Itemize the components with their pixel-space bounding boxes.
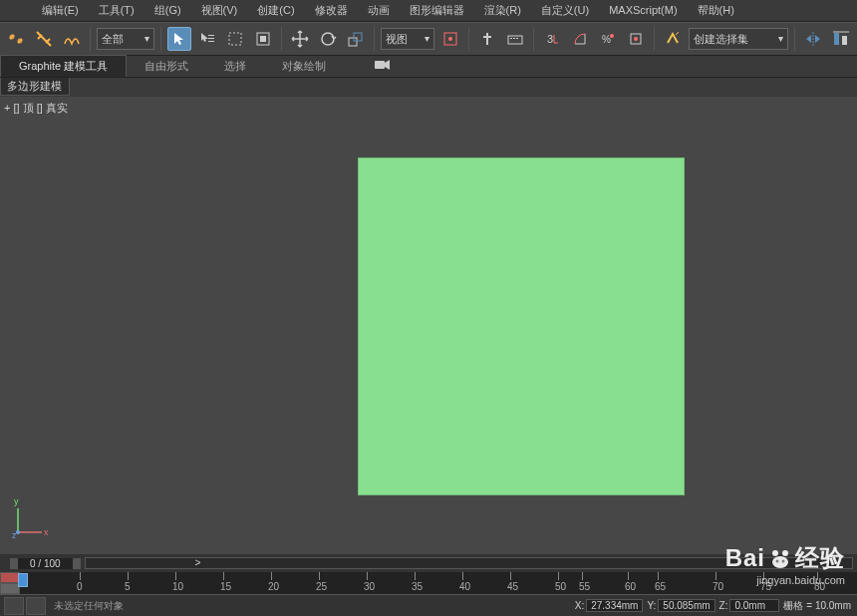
- unlink-icon[interactable]: [32, 27, 56, 51]
- svg-rect-14: [510, 38, 512, 39]
- menu-customize[interactable]: 自定义(U): [531, 3, 599, 18]
- ruler-tick: 15: [220, 581, 231, 592]
- svg-rect-23: [842, 36, 847, 45]
- time-scrollbar[interactable]: >: [85, 557, 853, 569]
- menu-graph[interactable]: 图形编辑器: [400, 3, 474, 18]
- time-track[interactable]: 0 / 100 >: [0, 554, 857, 572]
- edit-set-icon[interactable]: [661, 27, 685, 51]
- selection-filter-select[interactable]: 全部: [97, 28, 154, 50]
- named-selection-dropdown[interactable]: 创建选择集: [689, 28, 788, 50]
- spinner-snap-icon[interactable]: [624, 27, 648, 51]
- bind-space-icon[interactable]: [60, 27, 84, 51]
- svg-rect-2: [208, 35, 214, 36]
- select-by-name-icon[interactable]: [195, 27, 219, 51]
- pivot-center-icon[interactable]: [438, 27, 462, 51]
- status-bar: 未选定任何对象 X:27.334mm Y:50.085mm Z:0.0mm 栅格…: [0, 594, 857, 616]
- coord-y-input[interactable]: 50.085mm: [658, 599, 714, 612]
- select-rectangle-icon[interactable]: [223, 27, 247, 51]
- manipulate-icon[interactable]: [475, 27, 499, 51]
- ruler-tick: 30: [364, 581, 375, 592]
- axis-gizmo-icon: y x z: [12, 494, 56, 538]
- menu-tools[interactable]: 工具(T): [89, 3, 144, 18]
- angle-snap-icon[interactable]: [568, 27, 592, 51]
- svg-rect-16: [516, 38, 518, 39]
- select-object-icon[interactable]: [167, 27, 191, 51]
- svg-point-27: [16, 530, 20, 534]
- ruler-tick: 60: [625, 581, 636, 592]
- rotate-icon[interactable]: [316, 27, 340, 51]
- svg-rect-24: [375, 61, 385, 69]
- ruler-tick: 65: [655, 581, 666, 592]
- coord-z-input[interactable]: 0.0mm: [729, 599, 779, 612]
- coord-z: Z:0.0mm: [719, 599, 780, 612]
- key-filter-icon[interactable]: [0, 583, 20, 594]
- svg-rect-10: [354, 33, 362, 41]
- link-icon[interactable]: [4, 27, 28, 51]
- tab-freeform[interactable]: 自由形式: [127, 55, 206, 77]
- menu-view[interactable]: 视图(V): [191, 3, 248, 18]
- svg-point-12: [448, 37, 452, 41]
- move-icon[interactable]: [288, 27, 312, 51]
- scroll-thumb-icon[interactable]: >: [195, 557, 201, 568]
- menu-help[interactable]: 帮助(H): [688, 3, 744, 18]
- ruler-tick: 20: [268, 581, 279, 592]
- named-selection-select[interactable]: 创建选择集: [689, 28, 788, 50]
- menu-bar: 编辑(E) 工具(T) 组(G) 视图(V) 创建(C) 修改器 动画 图形编辑…: [0, 0, 857, 22]
- mirror-icon[interactable]: [801, 27, 825, 51]
- ruler-prefix-buttons[interactable]: [0, 572, 20, 594]
- ruler-tick: 35: [412, 581, 423, 592]
- ruler-tick: 0: [77, 581, 83, 592]
- snap-toggle-icon[interactable]: 3: [540, 27, 564, 51]
- svg-rect-5: [229, 33, 241, 45]
- menu-maxscript[interactable]: MAXScript(M): [599, 4, 687, 16]
- coord-x-input[interactable]: 27.334mm: [586, 599, 643, 612]
- ruler-tick: 10: [172, 581, 183, 592]
- select-window-icon[interactable]: [251, 27, 275, 51]
- svg-rect-22: [834, 33, 839, 45]
- ruler-tick: 75: [760, 581, 771, 592]
- align-icon[interactable]: [829, 27, 853, 51]
- menu-create[interactable]: 创建(C): [247, 3, 304, 18]
- lock-selection-icon[interactable]: [26, 597, 46, 615]
- scale-icon[interactable]: [344, 27, 368, 51]
- ribbon-subpanel[interactable]: 多边形建模: [0, 78, 70, 96]
- axis-y-label: y: [14, 496, 19, 506]
- coord-y: Y:50.085mm: [647, 599, 714, 612]
- menu-edit[interactable]: 编辑(E): [32, 3, 89, 18]
- time-marker[interactable]: [18, 573, 28, 587]
- tab-paint[interactable]: 对象绘制: [264, 55, 344, 77]
- menu-render[interactable]: 渲染(R): [474, 3, 531, 18]
- key-mode-icon[interactable]: [0, 572, 20, 583]
- viewport[interactable]: + [] 顶 [] 真实 y x z: [0, 97, 857, 554]
- ref-coord-select[interactable]: 视图: [381, 28, 434, 50]
- svg-rect-15: [513, 38, 515, 39]
- menu-group[interactable]: 组(G): [144, 3, 191, 18]
- keyboard-icon[interactable]: [503, 27, 527, 51]
- camera-icon[interactable]: [374, 59, 392, 73]
- tab-graphite[interactable]: Graphite 建模工具: [0, 55, 127, 77]
- tab-select[interactable]: 选择: [206, 55, 264, 77]
- ref-coord-dropdown[interactable]: 视图: [381, 28, 434, 50]
- polygon-modeling-label: 多边形建模: [7, 79, 62, 94]
- main-toolbar: 全部 视图 3 % 创建选择集: [0, 22, 857, 56]
- axis-x-label: x: [44, 527, 49, 537]
- menu-animation[interactable]: 动画: [358, 3, 400, 18]
- plane-object[interactable]: [358, 157, 685, 495]
- selection-status: 未选定任何对象: [54, 599, 124, 613]
- ruler-tick: 80: [814, 581, 825, 592]
- mini-listener-icon[interactable]: [4, 597, 24, 615]
- svg-point-19: [610, 34, 614, 38]
- svg-rect-7: [260, 36, 266, 42]
- svg-rect-9: [349, 38, 357, 46]
- frame-indicator: 0 / 100: [10, 558, 81, 569]
- ruler-tick: 50: [555, 581, 566, 592]
- percent-snap-icon[interactable]: %: [596, 27, 620, 51]
- ruler-tick: 5: [125, 581, 131, 592]
- svg-rect-3: [208, 38, 214, 39]
- svg-rect-4: [208, 41, 214, 42]
- time-ruler[interactable]: 05101520253035404550556065707580: [0, 572, 857, 594]
- menu-modifiers[interactable]: 修改器: [305, 3, 358, 18]
- selection-filter-dropdown[interactable]: 全部: [97, 28, 154, 50]
- coord-x: X:27.334mm: [575, 599, 644, 612]
- viewport-label[interactable]: + [] 顶 [] 真实: [4, 101, 68, 116]
